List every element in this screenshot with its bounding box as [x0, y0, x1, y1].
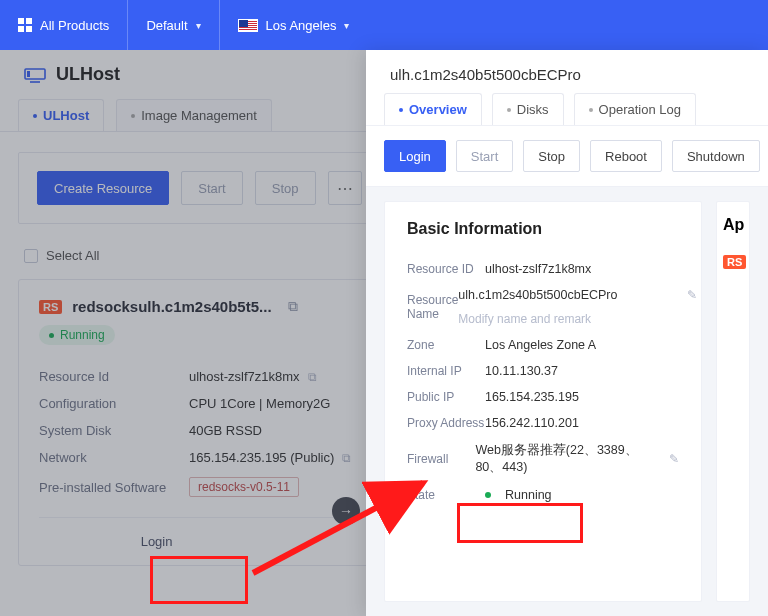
- rs-badge: RS: [39, 300, 62, 314]
- drawer-stop-button[interactable]: Stop: [523, 140, 580, 172]
- more-button[interactable]: ⋯: [328, 171, 362, 205]
- open-external-icon[interactable]: ⧉: [288, 298, 298, 315]
- value-zone: Los Angeles Zone A: [485, 338, 596, 352]
- label-system-disk: System Disk: [39, 423, 189, 438]
- svg-rect-5: [27, 71, 30, 77]
- basic-info-heading: Basic Information: [407, 220, 679, 238]
- nav-project-label: Default: [146, 18, 187, 33]
- grid-icon: [18, 18, 32, 32]
- svg-rect-0: [18, 18, 24, 24]
- status-dot-icon: [485, 492, 491, 498]
- label-configuration: Configuration: [39, 396, 189, 411]
- copy-icon[interactable]: ⧉: [342, 451, 351, 465]
- basic-info-panel: Basic Information Resource IDulhost-zslf…: [384, 201, 702, 602]
- nav-all-products[interactable]: All Products: [0, 0, 128, 50]
- svg-rect-2: [18, 26, 24, 32]
- label-rname: Resource Name: [407, 293, 458, 321]
- tab-disks[interactable]: Disks: [492, 93, 564, 125]
- value-public-ip: 165.154.235.195: [485, 390, 579, 404]
- tab-ulhost[interactable]: ULHost: [18, 99, 104, 131]
- svg-rect-3: [26, 26, 32, 32]
- value-resource-id: ulhost-zslf7z1k8mx: [189, 369, 300, 384]
- label-zone: Zone: [407, 338, 485, 352]
- nav-all-products-label: All Products: [40, 18, 109, 33]
- top-nav: All Products Default ▾ Los Angeles ▾: [0, 0, 768, 50]
- flag-us-icon: [238, 19, 258, 32]
- edit-icon[interactable]: ✎: [669, 452, 679, 466]
- copy-icon[interactable]: ⧉: [308, 370, 317, 384]
- detail-drawer: ulh.c1m2s40b5t500cbECPro Overview Disks …: [366, 50, 768, 616]
- drawer-toolbar: Login Start Stop Reboot Shutdown ⋯: [366, 126, 768, 187]
- value-rid: ulhost-zslf7z1k8mx: [485, 262, 591, 276]
- value-internal-ip: 10.11.130.37: [485, 364, 558, 378]
- tab-operation-log[interactable]: Operation Log: [574, 93, 696, 125]
- label-proxy-address: Proxy Address: [407, 416, 485, 430]
- page-title: ULHost: [56, 64, 120, 85]
- card-login-button[interactable]: Login: [131, 530, 183, 553]
- value-configuration: CPU 1Core | Memory2G: [189, 396, 330, 411]
- resource-card-title: redsocksulh.c1m2s40b5t5...: [72, 298, 271, 315]
- label-public-ip: Public IP: [407, 390, 485, 404]
- create-resource-button[interactable]: Create Resource: [37, 171, 169, 205]
- tab-overview[interactable]: Overview: [384, 93, 482, 125]
- tab-image-management[interactable]: Image Management: [116, 99, 272, 131]
- drawer-title: ulh.c1m2s40b5t500cbECPro: [366, 50, 768, 93]
- label-state: State: [407, 488, 485, 502]
- rs-badge: RS: [723, 255, 746, 269]
- nav-region-label: Los Angeles: [266, 18, 337, 33]
- value-proxy-address: 156.242.110.201: [485, 416, 579, 430]
- label-preinstalled: Pre-installed Software: [39, 480, 189, 495]
- label-firewall: Firewall: [407, 452, 475, 466]
- drawer-tabs: Overview Disks Operation Log: [366, 93, 768, 126]
- label-rid: Resource ID: [407, 262, 485, 276]
- value-firewall: Web服务器推荐(22、3389、80、443): [475, 442, 661, 476]
- drawer-login-button[interactable]: Login: [384, 140, 446, 172]
- side-panel: Ap RS: [716, 201, 750, 602]
- label-internal-ip: Internal IP: [407, 364, 485, 378]
- stop-button[interactable]: Stop: [255, 171, 316, 205]
- side-panel-heading: Ap: [723, 216, 743, 234]
- nav-region[interactable]: Los Angeles ▾: [220, 0, 368, 50]
- label-network: Network: [39, 450, 189, 465]
- select-all-checkbox[interactable]: [24, 249, 38, 263]
- modify-hint: Modify name and remark: [458, 312, 591, 326]
- value-system-disk: 40GB RSSD: [189, 423, 262, 438]
- value-rname: ulh.c1m2s40b5t500cbECPro: [458, 288, 617, 302]
- drawer-shutdown-button[interactable]: Shutdown: [672, 140, 760, 172]
- svg-rect-1: [26, 18, 32, 24]
- drawer-reboot-button[interactable]: Reboot: [590, 140, 662, 172]
- select-all-label: Select All: [46, 248, 99, 263]
- label-resource-id: Resource Id: [39, 369, 189, 384]
- chevron-down-icon: ▾: [344, 20, 349, 31]
- chevron-down-icon: ▾: [196, 20, 201, 31]
- drawer-start-button[interactable]: Start: [456, 140, 513, 172]
- edit-icon[interactable]: ✎: [687, 288, 697, 302]
- ulhost-icon: [24, 66, 46, 84]
- start-button[interactable]: Start: [181, 171, 242, 205]
- value-network: 165.154.235.195 (Public): [189, 450, 334, 465]
- expand-arrow-button[interactable]: →: [332, 497, 360, 525]
- status-badge: Running: [39, 325, 115, 345]
- value-preinstalled: redsocks-v0.5-11: [189, 477, 299, 497]
- nav-project[interactable]: Default ▾: [128, 0, 219, 50]
- value-state: Running: [505, 488, 552, 502]
